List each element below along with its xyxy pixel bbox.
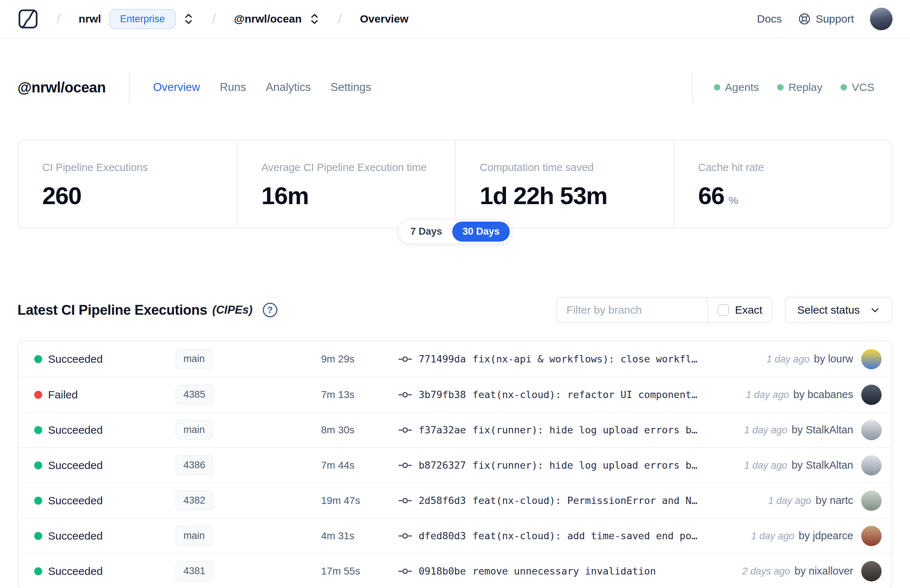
author-avatar[interactable]: [861, 349, 882, 369]
stats-section: CI Pipeline Executions 260 Average CI Pi…: [18, 140, 892, 228]
section-title: Latest CI Pipeline Executions: [18, 302, 207, 318]
commit-hash[interactable]: f37a32ae: [419, 424, 466, 436]
support-link[interactable]: Support: [798, 12, 854, 26]
support-label: Support: [816, 13, 854, 25]
breadcrumb-separator: /: [57, 11, 60, 27]
green-dot-icon: [777, 84, 784, 90]
author-avatar[interactable]: [861, 561, 882, 582]
commit-message: remove unnecessary invalidation: [472, 565, 656, 577]
table-row[interactable]: Succeeded 4381 17m 55s 0918b0be remove u…: [18, 553, 892, 588]
table-row[interactable]: Succeeded 4382 19m 47s 2d58f6d3 feat(nx-…: [18, 483, 892, 518]
nx-cloud-logo-icon[interactable]: [18, 8, 39, 29]
branch-badge[interactable]: 4381: [175, 561, 213, 581]
stat-card-cache-hit: Cache hit rate 66 %: [673, 141, 892, 228]
status-dot-icon: [34, 426, 42, 434]
duration-label: 19m 47s: [321, 495, 398, 507]
status-dot-icon: [34, 567, 42, 575]
author-label: by nartc: [816, 494, 853, 507]
breadcrumb-workspace[interactable]: @nrwl/ocean: [234, 13, 302, 25]
status-dot-icon: [34, 391, 42, 399]
stat-value: 260: [42, 182, 81, 210]
stat-cards: CI Pipeline Executions 260 Average CI Pi…: [18, 140, 892, 228]
status-indicators: Agents Replay VCS: [714, 81, 874, 94]
table-row[interactable]: Failed 4385 7m 13s 3b79fb38 feat(nx-clou…: [18, 376, 892, 412]
author-avatar[interactable]: [861, 526, 882, 546]
indicator-label: Replay: [789, 81, 822, 94]
divider: [129, 72, 129, 103]
tab-settings[interactable]: Settings: [331, 81, 371, 94]
table-row[interactable]: Succeeded main 9m 29s 771499da fix(nx-ap…: [18, 341, 892, 376]
table-row[interactable]: Succeeded 4386 7m 44s b8726327 fix(runne…: [18, 447, 892, 483]
status-dot-icon: [34, 532, 42, 540]
green-dot-icon: [840, 84, 847, 90]
commit-cell: b8726327 fix(runner): hide log upload er…: [398, 460, 737, 471]
user-avatar[interactable]: [870, 8, 892, 30]
commit-hash[interactable]: 3b79fb38: [419, 389, 466, 400]
commit-hash[interactable]: 2d58f6d3: [419, 495, 466, 506]
status-label: Succeeded: [48, 353, 175, 365]
author-avatar[interactable]: [861, 420, 882, 440]
branch-filter-input[interactable]: [557, 304, 707, 316]
branch-cell: 4386: [175, 455, 321, 475]
status-label: Succeeded: [48, 494, 175, 507]
commit-cell: 771499da fix(nx-api & workflows): close …: [398, 353, 759, 365]
commit-hash[interactable]: b8726327: [419, 460, 466, 471]
duration-label: 9m 29s: [321, 353, 398, 365]
divider: [692, 72, 693, 103]
stat-label: Cache hit rate: [698, 162, 868, 174]
docs-link[interactable]: Docs: [757, 13, 782, 25]
help-icon[interactable]: ?: [263, 303, 277, 317]
branch-badge[interactable]: 4386: [175, 455, 213, 475]
row-meta: 1 day ago by lourw: [759, 353, 853, 365]
table-row[interactable]: Succeeded main 4m 31s dfed80d3 feat(nx-c…: [18, 518, 892, 553]
select-status-dropdown[interactable]: Select status: [785, 297, 892, 323]
author-label: by lourw: [814, 353, 853, 365]
commit-hash[interactable]: 0918b0be: [419, 565, 466, 577]
author-label: by nixallover: [795, 565, 853, 577]
lifebuoy-icon: [798, 12, 811, 26]
status-label: Succeeded: [48, 459, 175, 472]
commit-cell: 0918b0be remove unnecessary invalidation: [398, 565, 735, 577]
branch-badge[interactable]: main: [175, 420, 213, 440]
org-switcher-button[interactable]: [183, 13, 194, 25]
commit-icon: [398, 496, 412, 506]
author-avatar[interactable]: [861, 455, 882, 476]
branch-badge[interactable]: 4385: [175, 384, 213, 405]
tab-analytics[interactable]: Analytics: [266, 81, 311, 94]
duration-label: 7m 13s: [321, 389, 398, 401]
stat-value: 66: [698, 182, 724, 210]
commit-message: fix(runner): hide log upload errors b…: [472, 424, 697, 436]
commit-hash[interactable]: 771499da: [419, 353, 466, 365]
row-meta: 1 day ago by bcabanes: [739, 389, 853, 401]
workspace-switcher-button[interactable]: [309, 13, 320, 25]
indicator-label: VCS: [852, 81, 874, 94]
range-30-days-button[interactable]: 30 Days: [452, 221, 509, 242]
time-ago: 1 day ago: [744, 460, 787, 471]
commit-icon: [398, 354, 412, 364]
branch-cell: 4382: [175, 491, 321, 510]
branch-cell: main: [175, 420, 321, 440]
branch-badge[interactable]: 4382: [175, 491, 213, 510]
exact-checkbox[interactable]: [718, 304, 729, 316]
exact-match-toggle[interactable]: Exact: [708, 304, 772, 316]
time-ago: 1 day ago: [766, 354, 810, 365]
author-avatar[interactable]: [861, 491, 882, 511]
commit-hash[interactable]: dfed80d3: [419, 530, 466, 541]
branch-badge[interactable]: main: [175, 526, 213, 546]
author-avatar[interactable]: [861, 384, 882, 405]
tab-runs[interactable]: Runs: [220, 81, 246, 94]
branch-badge[interactable]: main: [175, 349, 213, 369]
row-meta: 2 days ago by nixallover: [735, 565, 853, 577]
range-7-days-button[interactable]: 7 Days: [400, 221, 452, 242]
commit-cell: dfed80d3 feat(nx-cloud): add time-saved …: [398, 530, 744, 541]
status-dot-icon: [34, 355, 42, 363]
duration-label: 17m 55s: [321, 565, 398, 577]
cipe-filters: Exact Select status: [556, 297, 892, 323]
tab-overview[interactable]: Overview: [153, 81, 200, 94]
table-row[interactable]: Succeeded main 8m 30s f37a32ae fix(runne…: [18, 412, 892, 447]
stat-value: 1d 22h 53m: [480, 182, 607, 210]
select-status-label: Select status: [797, 304, 860, 316]
status-label: Failed: [48, 389, 175, 401]
breadcrumb-org[interactable]: nrwl: [79, 13, 101, 25]
org-plan-badge: Enterprise: [109, 9, 176, 29]
